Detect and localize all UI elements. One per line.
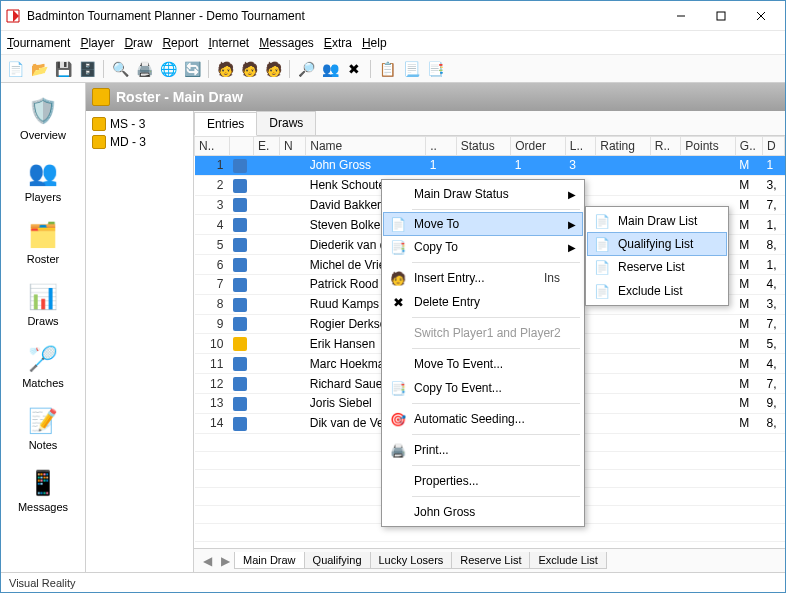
player-icon — [233, 357, 247, 371]
menu-player[interactable]: Player — [80, 36, 114, 50]
ctx-properties[interactable]: Properties... — [384, 469, 582, 493]
btab-excludelist[interactable]: Exclude List — [529, 552, 606, 569]
player-blue-icon[interactable]: 🧑 — [263, 59, 283, 79]
player-green-icon[interactable]: 🧑 — [239, 59, 259, 79]
ctx-copytoevent[interactable]: 📑Copy To Event... — [384, 376, 582, 400]
sidebar-item-draws[interactable]: 📊Draws — [8, 277, 78, 331]
top-tabs: Entries Draws — [194, 111, 785, 136]
column-header[interactable]: Points — [681, 137, 736, 156]
messages-icon: 📱 — [27, 467, 59, 499]
draws-icon: 📊 — [27, 281, 59, 313]
tab-draws[interactable]: Draws — [256, 111, 316, 135]
ctx-maindrawstatus[interactable]: Main Draw Status▶ — [384, 182, 582, 206]
sub-qualifyinglist[interactable]: 📄Qualifying List — [587, 232, 727, 256]
doc2-icon[interactable]: 📃 — [401, 59, 421, 79]
doc3-icon[interactable]: 📑 — [425, 59, 445, 79]
status-bar: Visual Reality — [1, 572, 785, 592]
app-window: Badminton Tournament Planner - Demo Tour… — [0, 0, 786, 593]
players-group-icon[interactable]: 👥 — [320, 59, 340, 79]
status-text: Visual Reality — [9, 577, 75, 589]
sub-reservelist[interactable]: 📄Reserve List — [588, 255, 726, 279]
menu-extra[interactable]: Extra — [324, 36, 352, 50]
column-header[interactable]: L.. — [565, 137, 596, 156]
menu-draw[interactable]: Draw — [124, 36, 152, 50]
ctx-autoseed[interactable]: 🎯Automatic Seeding... — [384, 407, 582, 431]
player-red-icon[interactable]: 🧑 — [215, 59, 235, 79]
ctx-playername[interactable]: John Gross — [384, 500, 582, 524]
refresh-icon[interactable]: 🔄 — [182, 59, 202, 79]
player-icon — [233, 317, 247, 331]
menu-report[interactable]: Report — [162, 36, 198, 50]
copy-icon: 📑 — [388, 237, 408, 257]
notes-icon: 📝 — [27, 405, 59, 437]
open-icon[interactable]: 📂 — [29, 59, 49, 79]
ctx-movetoevent[interactable]: Move To Event... — [384, 352, 582, 376]
btab-qualifying[interactable]: Qualifying — [304, 552, 371, 569]
seed-icon: 🎯 — [388, 409, 408, 429]
tree-item-md[interactable]: MD - 3 — [88, 133, 191, 151]
player-icon — [233, 159, 247, 173]
minimize-button[interactable] — [661, 2, 701, 30]
players-find-icon[interactable]: 🔎 — [296, 59, 316, 79]
print-icon[interactable]: 🖨️ — [134, 59, 154, 79]
menu-bar: Tournament Player Draw Report Internet M… — [1, 31, 785, 55]
column-header[interactable]: Rating — [596, 137, 651, 156]
tab-scroll-right[interactable]: ▶ — [216, 554, 234, 568]
backup-icon[interactable]: 🗄️ — [77, 59, 97, 79]
ctx-deleteentry[interactable]: ✖Delete Entry — [384, 290, 582, 314]
column-header[interactable]: E. — [253, 137, 279, 156]
doc1-icon[interactable]: 📋 — [377, 59, 397, 79]
sidebar-item-matches[interactable]: 🏸Matches — [8, 339, 78, 393]
column-header[interactable] — [229, 137, 253, 156]
save-icon[interactable]: 💾 — [53, 59, 73, 79]
new-icon[interactable]: 📄 — [5, 59, 25, 79]
ctx-print[interactable]: 🖨️Print... — [384, 438, 582, 462]
sidebar-item-notes[interactable]: 📝Notes — [8, 401, 78, 455]
delete-icon: ✖ — [388, 292, 408, 312]
maximize-button[interactable] — [701, 2, 741, 30]
player-icon — [233, 218, 247, 232]
title-bar: Badminton Tournament Planner - Demo Tour… — [1, 1, 785, 31]
players-x-icon[interactable]: ✖ — [344, 59, 364, 79]
menu-tournament[interactable]: Tournament — [7, 36, 70, 50]
column-header[interactable]: .. — [426, 137, 457, 156]
event-icon — [92, 135, 106, 149]
list-icon: 📄 — [592, 234, 612, 254]
btab-maindraw[interactable]: Main Draw — [234, 552, 305, 569]
ctx-insertentry[interactable]: 🧑Insert Entry...Ins — [384, 266, 582, 290]
table-row[interactable]: 1John Gross113M1 — [195, 156, 785, 176]
ctx-moveto[interactable]: 📄Move To▶ — [383, 212, 583, 236]
column-header[interactable]: N.. — [195, 137, 230, 156]
window-title: Badminton Tournament Planner - Demo Tour… — [27, 9, 661, 23]
column-header[interactable]: Status — [456, 137, 511, 156]
btab-reservelist[interactable]: Reserve List — [451, 552, 530, 569]
column-header[interactable]: R.. — [650, 137, 681, 156]
column-header[interactable]: Order — [511, 137, 566, 156]
menu-help[interactable]: Help — [362, 36, 387, 50]
column-header[interactable]: G.. — [735, 137, 762, 156]
menu-messages[interactable]: Messages — [259, 36, 314, 50]
context-menu: Main Draw Status▶ 📄Move To▶ 📑Copy To▶ 🧑I… — [381, 179, 585, 527]
column-header[interactable]: D — [763, 137, 785, 156]
publish-icon[interactable]: 🌐 — [158, 59, 178, 79]
sidebar-item-players[interactable]: 👥Players — [8, 153, 78, 207]
tree-item-ms[interactable]: MS - 3 — [88, 115, 191, 133]
tab-scroll-left[interactable]: ◀ — [198, 554, 216, 568]
btab-luckylosers[interactable]: Lucky Losers — [370, 552, 453, 569]
sidebar-item-roster[interactable]: 🗂️Roster — [8, 215, 78, 269]
sidebar-item-messages[interactable]: 📱Messages — [8, 463, 78, 517]
matches-icon: 🏸 — [27, 343, 59, 375]
sidebar-item-overview[interactable]: 🛡️Overview — [8, 91, 78, 145]
sub-maindrawlist[interactable]: 📄Main Draw List — [588, 209, 726, 233]
print-preview-icon[interactable]: 🔍 — [110, 59, 130, 79]
event-tree: MS - 3 MD - 3 — [86, 111, 194, 572]
column-header[interactable]: Name — [306, 137, 426, 156]
sub-excludelist[interactable]: 📄Exclude List — [588, 279, 726, 303]
player-icon — [233, 417, 247, 431]
ctx-copyto[interactable]: 📑Copy To▶ — [384, 235, 582, 259]
menu-internet[interactable]: Internet — [208, 36, 249, 50]
tab-entries[interactable]: Entries — [194, 112, 257, 136]
close-button[interactable] — [741, 2, 781, 30]
player-icon — [233, 377, 247, 391]
column-header[interactable]: N — [280, 137, 306, 156]
